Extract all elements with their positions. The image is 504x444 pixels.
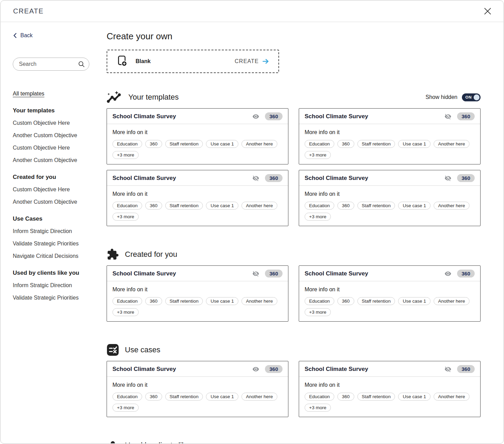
template-card[interactable]: School Climate Survey 360 More info on i… <box>299 108 481 164</box>
template-card[interactable]: School Climate Survey 360 More info on i… <box>107 265 288 322</box>
chevron-left-icon <box>13 33 17 38</box>
sidebar-item[interactable]: Navigate Critical Decisions <box>13 253 89 259</box>
blank-document-add-icon <box>116 55 128 68</box>
card-tags: Education360Staff retentionUse case 1Ano… <box>299 293 480 321</box>
360-badge: 360 <box>457 174 475 182</box>
tag-chip: Staff retention <box>165 140 203 148</box>
template-card[interactable]: School Climate Survey 360 More info on i… <box>299 170 481 226</box>
modal-body: Back All templates Your templates Custom… <box>1 22 503 444</box>
visibility-eye-off-icon[interactable] <box>444 366 452 373</box>
main-panel: Create your own Blank CREATE <box>107 22 503 444</box>
more-tags-chip[interactable]: +3 more <box>112 151 139 159</box>
card-tags: Education360Staff retentionUse case 1Ano… <box>299 197 480 226</box>
sidebar-item[interactable]: Another Custom Objective <box>13 132 89 139</box>
sidebar-item[interactable]: Validate Strategic Priorities <box>13 294 89 301</box>
show-hidden-toggle[interactable]: ON <box>462 93 481 101</box>
more-tags-chip[interactable]: +3 more <box>112 308 139 316</box>
card-title: School Climate Survey <box>112 366 176 373</box>
card-grid: School Climate Survey 360 More info on i… <box>107 265 481 322</box>
template-card[interactable]: School Climate Survey 360 More info on i… <box>107 361 288 417</box>
sidebar-item[interactable]: Inform Stratgic Direction <box>13 282 89 289</box>
tag-chip: Use case 1 <box>206 202 238 210</box>
visibility-eye-icon[interactable] <box>251 113 260 120</box>
blank-label: Blank <box>136 58 151 64</box>
sidebar-group-heading: Use Cases <box>13 215 89 222</box>
template-card[interactable]: School Climate Survey 360 More info on i… <box>107 170 288 226</box>
sidebar-group: Created for you Custom Objective HereAno… <box>13 174 89 205</box>
tag-chip: Another here <box>241 140 277 148</box>
more-tags-chip[interactable]: +3 more <box>112 404 139 412</box>
tag-chip: Use case 1 <box>398 297 431 305</box>
card-description: More info on it <box>299 186 480 197</box>
card-title-row: School Climate Survey 360 <box>107 361 288 377</box>
card-title-row: School Climate Survey 360 <box>107 170 288 186</box>
sidebar-item[interactable]: Another Custom Objective <box>13 199 89 205</box>
card-title-row: School Climate Survey 360 <box>107 266 288 281</box>
card-title: School Climate Survey <box>305 113 368 120</box>
card-title: School Climate Survey <box>305 270 368 277</box>
card-tags: Education360Staff retentionUse case 1Ano… <box>107 197 288 226</box>
section-header: Created for you <box>107 248 481 261</box>
show-hidden-label: Show hidden <box>425 94 457 100</box>
create-your-own-heading: Create your own <box>107 31 481 42</box>
sidebar-item[interactable]: Custom Objective Here <box>13 144 89 151</box>
sections: Your templates Show hidden ON School Cli… <box>107 90 481 444</box>
tag-chip: Staff retention <box>357 393 395 401</box>
more-tags-chip[interactable]: +3 more <box>305 308 331 316</box>
sidebar-item[interactable]: Another Custom Objective <box>13 157 89 163</box>
visibility-eye-off-icon[interactable] <box>444 113 452 120</box>
card-description: More info on it <box>299 124 480 135</box>
modal-header: CREATE <box>1 1 503 22</box>
tag-chip: 360 <box>145 202 162 210</box>
template-card[interactable]: School Climate Survey 360 More info on i… <box>107 108 288 164</box>
section-header: Used by clients like you <box>107 438 481 444</box>
tag-chip: Another here <box>241 393 277 401</box>
visibility-eye-off-icon[interactable] <box>444 175 452 182</box>
tag-chip: 360 <box>145 140 162 148</box>
tag-chip: Another here <box>241 202 277 210</box>
more-tags-chip[interactable]: +3 more <box>305 151 331 159</box>
360-badge: 360 <box>265 270 283 278</box>
visibility-eye-icon[interactable] <box>444 270 452 277</box>
template-card[interactable]: School Climate Survey 360 More info on i… <box>299 265 481 322</box>
card-title: School Climate Survey <box>112 113 176 120</box>
create-modal: CREATE Back All templates Your templates… <box>0 0 504 444</box>
card-grid: School Climate Survey 360 More info on i… <box>107 361 481 417</box>
sidebar-item[interactable]: Custom Objective Here <box>13 186 89 193</box>
template-section: Use cases School Climate Survey 360 More… <box>107 343 481 417</box>
back-button[interactable]: Back <box>13 32 33 39</box>
close-icon[interactable] <box>484 8 491 14</box>
tag-chip: 360 <box>145 393 162 401</box>
tag-chip: 360 <box>337 140 354 148</box>
sidebar-item[interactable]: Inform Stratgic Direction <box>13 228 89 234</box>
toggle-knob[interactable] <box>474 94 480 100</box>
page-title: CREATE <box>13 7 44 15</box>
create-button-label: CREATE <box>235 58 259 64</box>
tag-chip: Use case 1 <box>206 297 238 305</box>
tag-chip: Another here <box>241 297 277 305</box>
search-box <box>13 58 89 71</box>
tag-chip: 360 <box>337 393 354 401</box>
card-tags: Education360Staff retentionUse case 1Ano… <box>299 388 480 417</box>
sidebar-group-items: Inform Stratgic DirectionValidate Strate… <box>13 282 89 301</box>
more-tags-chip[interactable]: +3 more <box>305 404 331 412</box>
visibility-eye-icon[interactable] <box>251 366 260 373</box>
sidebar-group: Used by clients like you Inform Stratgic… <box>13 270 89 301</box>
more-tags-chip[interactable]: +3 more <box>305 213 331 221</box>
tag-chip: Use case 1 <box>398 202 431 210</box>
tag-chip: Education <box>112 202 142 210</box>
create-button[interactable]: CREATE <box>235 58 269 64</box>
puzzle-icon <box>107 248 119 261</box>
template-card[interactable]: School Climate Survey 360 More info on i… <box>299 361 481 417</box>
card-tags: Education360Staff retentionUse case 1Ano… <box>107 388 288 417</box>
sidebar-item[interactable]: Validate Strategic Priorities <box>13 240 89 247</box>
section-header: Your templates Show hidden ON <box>107 90 481 104</box>
sidebar-item[interactable]: Custom Objective Here <box>13 120 89 126</box>
all-templates-link[interactable]: All templates <box>13 91 45 97</box>
blank-template-box[interactable]: Blank CREATE <box>107 50 279 73</box>
visibility-eye-off-icon[interactable] <box>251 270 260 277</box>
visibility-eye-off-icon[interactable] <box>251 175 260 182</box>
tag-chip: Staff retention <box>165 393 203 401</box>
more-tags-chip[interactable]: +3 more <box>112 213 139 221</box>
card-title-row: School Climate Survey 360 <box>299 109 480 124</box>
